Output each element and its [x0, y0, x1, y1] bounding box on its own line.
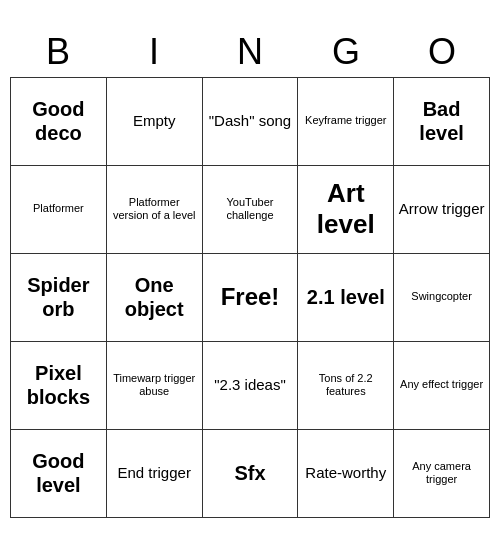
cell-r4-c0: Good level [11, 429, 107, 517]
cell-r0-c0: Good deco [11, 77, 107, 165]
bingo-grid: Good decoEmpty"Dash" songKeyframe trigge… [10, 77, 490, 518]
cell-r3-c3: Tons of 2.2 features [298, 341, 394, 429]
cell-r1-c0: Platformer [11, 165, 107, 253]
header-i: I [106, 27, 202, 77]
cell-r4-c2: Sfx [202, 429, 298, 517]
cell-r2-c1: One object [106, 253, 202, 341]
cell-r2-c2: Free! [202, 253, 298, 341]
cell-r0-c4: Bad level [394, 77, 490, 165]
header-g: G [298, 27, 394, 77]
cell-r2-c4: Swingcopter [394, 253, 490, 341]
cell-r3-c4: Any effect trigger [394, 341, 490, 429]
cell-r4-c3: Rate-worthy [298, 429, 394, 517]
bingo-card: B I N G O Good decoEmpty"Dash" songKeyfr… [10, 27, 490, 518]
cell-r3-c2: "2.3 ideas" [202, 341, 298, 429]
header-n: N [202, 27, 298, 77]
cell-r0-c2: "Dash" song [202, 77, 298, 165]
cell-r2-c0: Spider orb [11, 253, 107, 341]
header-o: O [394, 27, 490, 77]
cell-r3-c1: Timewarp trigger abuse [106, 341, 202, 429]
cell-r4-c4: Any camera trigger [394, 429, 490, 517]
cell-r3-c0: Pixel blocks [11, 341, 107, 429]
cell-r2-c3: 2.1 level [298, 253, 394, 341]
header-b: B [10, 27, 106, 77]
cell-r1-c3: Art level [298, 165, 394, 253]
cell-r0-c3: Keyframe trigger [298, 77, 394, 165]
cell-r0-c1: Empty [106, 77, 202, 165]
bingo-header: B I N G O [10, 27, 490, 77]
cell-r4-c1: End trigger [106, 429, 202, 517]
cell-r1-c1: Platformer version of a level [106, 165, 202, 253]
cell-r1-c2: YouTuber challenge [202, 165, 298, 253]
cell-r1-c4: Arrow trigger [394, 165, 490, 253]
